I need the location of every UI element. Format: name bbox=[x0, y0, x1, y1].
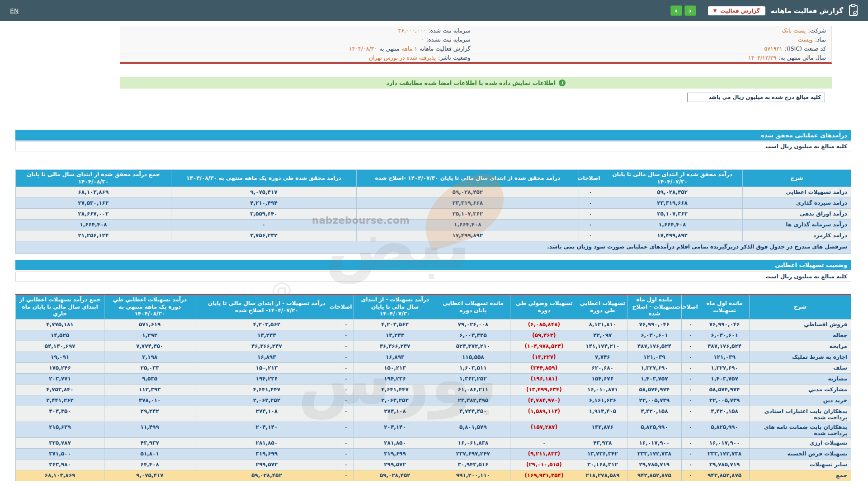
cell: ۷,۷۷۴,۴۵۰ bbox=[104, 341, 195, 352]
cell: ۳۰,۹۴۳,۵۱۶ bbox=[436, 459, 510, 470]
cell: ۵۲۳,۳۷۲,۲۱۰ bbox=[436, 341, 510, 352]
cell: ۸,۱۲۱,۸۱۰ bbox=[578, 319, 627, 330]
cell: ۱۱,۴۹۹ bbox=[104, 422, 195, 437]
column-header: درآمد محقق شده از ابتدای سال مالی تا پای… bbox=[602, 170, 742, 187]
cell: ۶۸,۱۰۳,۸۶۹ bbox=[16, 470, 104, 481]
cell: (۱۶۹,۹۳۱,۳۵۴) bbox=[510, 470, 578, 481]
cell: ۲۲,۰۰۵,۷۳۹ bbox=[700, 395, 749, 406]
cell: ۱۶,۰۱۰,۸۷۱ bbox=[578, 384, 627, 395]
cell: ۳۶۳,۹۸۰ bbox=[16, 459, 104, 470]
column-header: مانده اول ماه تسهیلات bbox=[700, 295, 749, 319]
cell: ۰ bbox=[681, 352, 700, 362]
cell: (۱۹۶,۱۸۱) bbox=[510, 373, 578, 384]
column-header: اصلاحات bbox=[579, 170, 602, 187]
cell: ۰ bbox=[510, 437, 578, 448]
cell: ۱۳,۷۳۶,۳۴۲ bbox=[578, 448, 627, 459]
cell: ۵,۸۲۵,۹۹۰ bbox=[700, 422, 749, 437]
cell: ۰ bbox=[579, 209, 602, 220]
report-type-dropdown[interactable]: گزارش فعالیت ▼ bbox=[708, 6, 765, 15]
info-row: سال مالی منتهی به:۱۴۰۴/۱۲/۲۹ وضعیت ناشر:… bbox=[120, 53, 831, 62]
table-note: سرفصل های مندرج در جدول فوق الذکر دربرگی… bbox=[16, 241, 851, 254]
cell: ۲۵,۱۰۷,۳۶۲ bbox=[602, 209, 742, 220]
cell: ۳,۷۵۶,۲۳۲ bbox=[171, 230, 356, 241]
cell: ۵۸,۵۷۴,۹۷۴ bbox=[627, 384, 681, 395]
cell: ۷۹,۰۲۶,۰۰۸ bbox=[436, 319, 510, 330]
cell: ۲۰۴,۱۴۰ bbox=[354, 422, 436, 437]
cell: ۱۷,۴۹۹,۸۹۲ bbox=[357, 230, 579, 241]
cell: ۹۹۱,۲۰۰,۱۱۰ bbox=[436, 470, 510, 481]
cell: ۰ bbox=[579, 198, 602, 209]
cell: ۱۳,۲۳۳ bbox=[354, 330, 436, 341]
cell: ۰ bbox=[338, 373, 354, 384]
cell: (۳۴۴,۸۵۹) bbox=[510, 362, 578, 373]
clipboard-report-icon bbox=[849, 4, 858, 18]
cell: ۲,۴۴۱,۲۶۲ bbox=[16, 395, 104, 406]
cell: ۱۲۱,۰۳۹ bbox=[700, 352, 749, 362]
cell: ۰ bbox=[338, 319, 354, 330]
cell: ۰ bbox=[681, 330, 700, 341]
cell: ۰ bbox=[681, 437, 700, 448]
column-header: اصلاحات bbox=[338, 295, 354, 319]
cell: ۱۶,۰۶۱,۸۳۸ bbox=[436, 437, 510, 448]
cell: ۲۵,۱۰۷,۳۶۲ bbox=[357, 209, 579, 220]
cell: ۲۲,۰۰۵,۷۳۹ bbox=[627, 395, 681, 406]
cell: ۰ bbox=[579, 187, 602, 198]
listing-status-field: وضعیت ناشر:پذیرفته شده در بورس تهران bbox=[120, 53, 476, 62]
language-switch-link[interactable]: EN bbox=[10, 7, 19, 14]
cell: ۱,۳۲۷,۶۹۰ bbox=[700, 362, 749, 373]
cell: ۱,۹۱۳,۴۰۵ bbox=[578, 406, 627, 422]
table-row: مشارکت مدني۵۸,۵۷۴,۹۷۴۰۵۸,۵۷۴,۹۷۴۱۶,۰۱۰,۸… bbox=[16, 384, 851, 395]
cell: ۴,۲۰۳,۵۶۲ bbox=[354, 319, 436, 330]
cell: ۰ bbox=[338, 395, 354, 406]
column-header: تسهیلات اعطایي طي دوره bbox=[578, 295, 627, 319]
table-row: درآمد تسهیلات اعطایی۵۹,۰۲۸,۴۵۲۰۵۹,۰۲۸,۴۵… bbox=[16, 187, 851, 198]
row-label: درآمد سرمایه گذاری ها bbox=[742, 220, 851, 230]
amounts-unit-box: کلیه مبالغ درج شده به میلیون ریال می باش… bbox=[687, 93, 825, 102]
cell: ۵۷۱,۶۱۹ bbox=[104, 319, 195, 330]
cell: ۲۳,۳۱۹,۶۶۸ bbox=[357, 198, 579, 209]
cell: ۱,۴۰۳,۷۵۷ bbox=[627, 373, 681, 384]
column-header: درآمد تسهیلات اعطایي طي دوره یک ماهه منت… bbox=[104, 295, 195, 319]
row-label: خرید دین bbox=[749, 395, 851, 406]
cell: ۵۴,۱۴۰,۶۹۷ bbox=[16, 341, 104, 352]
cell: ۱,۶۰۳,۵۱۱ bbox=[436, 362, 510, 373]
cell: ۰ bbox=[338, 448, 354, 459]
row-label: جمع bbox=[749, 470, 851, 481]
cell: (۱۰۴,۹۷۸,۵۲۴) bbox=[510, 341, 578, 352]
cell: ۱۲۱,۰۳۹ bbox=[627, 352, 681, 362]
table-row: سایر تسهیلات۲۹,۷۸۵,۷۱۹۰۲۹,۷۸۵,۷۱۹۳۰,۱۶۸,… bbox=[16, 459, 851, 470]
column-header: شرح bbox=[742, 170, 851, 187]
cell: ۰ bbox=[579, 230, 602, 241]
table-row: بدهکاران بابت ضمانت نامه هاي پرداخت شده۵… bbox=[16, 422, 851, 437]
cell: ۰ bbox=[681, 384, 700, 395]
cell: ۳۰۳,۳۵۰ bbox=[16, 406, 104, 422]
cell: ۴,۷۷۵,۱۸۱ bbox=[16, 319, 104, 330]
cell: ۱۶,۸۹۳ bbox=[354, 352, 436, 362]
cell: ۰ bbox=[338, 422, 354, 437]
cell: ۱۷۵,۲۴۶ bbox=[16, 362, 104, 373]
cell: ۱۵۰,۲۱۳ bbox=[195, 362, 338, 373]
cell: ۵۹,۰۲۸,۴۵۲ bbox=[602, 187, 742, 198]
info-row: کد صنعت (ISIC):۵۷۱۹۲۱ گزارش فعالیت ماهان… bbox=[120, 44, 831, 53]
report-type-dropdown-label: گزارش فعالیت bbox=[720, 8, 760, 14]
unit-note-row: کلیه مبالغ به میلیون ریال است bbox=[15, 272, 851, 282]
cell: ۹,۰۷۵,۴۱۷ bbox=[171, 187, 356, 198]
table-row: درآمد اوراق بدهی۲۵,۱۰۷,۳۶۲۰۲۵,۱۰۷,۳۶۲۳,۵… bbox=[16, 209, 851, 220]
cell: ۲۹,۷۸۵,۷۱۹ bbox=[627, 459, 681, 470]
table-row: جعاله۶,۰۳۰,۶۰۱۰۶,۰۳۰,۶۰۱۳۲,۰۹۷(۵۹,۳۶۳)۶,… bbox=[16, 330, 851, 341]
cell: ۴۳,۹۳۷ bbox=[104, 437, 195, 448]
row-label: بدهکاران بابت ضمانت نامه هاي پرداخت شده bbox=[749, 422, 851, 437]
prev-report-button[interactable]: ‹ bbox=[684, 5, 696, 16]
cell: ۴۸۷,۱۷۶,۵۲۴ bbox=[700, 341, 749, 352]
cell: ۰ bbox=[681, 470, 700, 481]
next-report-button[interactable]: › bbox=[670, 5, 682, 16]
report-nav-buttons: ‹ › bbox=[670, 5, 696, 16]
cell: ۰ bbox=[338, 459, 354, 470]
cell: ۳۲,۰۹۷ bbox=[578, 330, 627, 341]
cell: ۹,۵۳۵ bbox=[104, 373, 195, 384]
cell: ۲۷,۵۳۰,۱۶۲ bbox=[16, 198, 171, 209]
row-label: تسهیلات قرض الحسنه bbox=[749, 448, 851, 459]
cell: ۰ bbox=[681, 341, 700, 352]
table-header: شرحمانده اول ماه تسهیلاتاصلاحاتمانده اول… bbox=[16, 295, 851, 319]
cell: ۰ bbox=[681, 422, 700, 437]
